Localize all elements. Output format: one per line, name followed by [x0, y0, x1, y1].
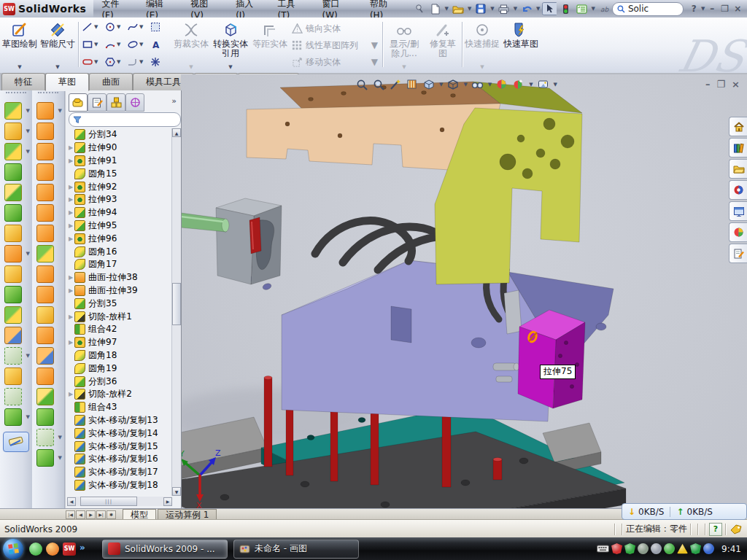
draft-tool-icon[interactable] — [4, 163, 22, 181]
solidworks-resources-icon[interactable] — [729, 180, 747, 200]
doc-restore-icon[interactable]: ❐ — [716, 79, 725, 90]
animation-control-3[interactable]: ▶| — [96, 510, 106, 519]
tree-item[interactable]: 实体-移动/复制18 — [67, 479, 172, 492]
minimize-button[interactable]: – — [705, 3, 719, 15]
convert-entities-button[interactable]: 转换实体引用 ▼ — [212, 19, 249, 72]
line-tool[interactable]: ▼ — [82, 19, 104, 35]
elbow-tool-icon[interactable] — [36, 286, 54, 303]
tag-icon[interactable] — [729, 524, 743, 535]
open-icon[interactable] — [451, 2, 465, 15]
cubes-tool-icon[interactable] — [36, 265, 54, 283]
tree-item[interactable]: ▶切除-放样2 — [67, 388, 172, 401]
view-palette-icon[interactable] — [729, 201, 747, 221]
ellipse-tool[interactable]: ▼ — [127, 36, 149, 52]
new-document-icon[interactable] — [428, 2, 443, 15]
help-button[interactable]: ? — [688, 3, 701, 15]
diamond-tool-icon[interactable] — [4, 368, 22, 385]
messenger-icon[interactable] — [29, 542, 42, 556]
ribbon-tab-1[interactable]: 草图 — [45, 73, 89, 91]
flex-tool-icon[interactable]: ▼ — [36, 102, 54, 120]
rectangle-tool[interactable]: ▼ — [82, 36, 104, 52]
core-tool-icon[interactable] — [4, 184, 22, 201]
measure-tool-selected[interactable] — [3, 432, 29, 452]
view-wand-icon[interactable] — [388, 77, 403, 92]
display-style-icon[interactable] — [422, 77, 436, 92]
tree-item[interactable]: 圆角18 — [67, 349, 172, 362]
tree-item[interactable]: ▶切除-放样1 — [67, 310, 172, 323]
scroll-right-icon[interactable]: ▶ — [163, 497, 172, 506]
update-green-icon[interactable] — [664, 543, 675, 554]
expand-arrow-icon[interactable]: ▶ — [67, 144, 74, 151]
model-tab[interactable]: 模型 — [123, 509, 156, 520]
linear-sketch-pattern-button[interactable]: 线性草图阵列 ▼ — [292, 38, 378, 52]
sparkle-tool-icon[interactable]: ▼ — [4, 347, 22, 365]
move-entities-button[interactable]: 移动实体 ▼ — [292, 55, 378, 69]
zoom-fit-icon[interactable] — [355, 77, 369, 92]
arrow-tool-icon[interactable] — [36, 327, 54, 344]
shield-green-icon[interactable] — [624, 543, 635, 554]
squiggle-tool-icon[interactable]: ▼ — [4, 408, 22, 426]
property-manager-tab[interactable] — [88, 93, 107, 112]
tree-item[interactable]: 圆角16 — [67, 245, 172, 258]
tree-item[interactable]: 实体-移动/复制17 — [67, 466, 172, 479]
tree-item[interactable]: 实体-移动/复制16 — [67, 453, 172, 466]
tree-item[interactable]: ▶曲面-拉伸38 — [67, 271, 172, 284]
badge-gray-icon[interactable] — [638, 543, 649, 554]
jog-line-tool[interactable]: ▼ — [127, 54, 149, 70]
tree-item[interactable]: 实体-移动/复制15 — [67, 440, 172, 453]
expand-arrow-icon[interactable]: ▶ — [67, 222, 74, 229]
tree-item[interactable]: 组合42 — [67, 323, 172, 336]
funnel-tool-icon[interactable] — [36, 163, 54, 181]
expand-arrow-icon[interactable]: ▶ — [67, 158, 74, 164]
sparkle2-tool-icon[interactable]: ▼ — [36, 429, 54, 446]
rebuild-icon[interactable] — [558, 2, 573, 15]
offset-entities-button[interactable]: 等距实体 — [252, 19, 287, 72]
taskbar-button-paint[interactable]: 未命名 - 画图 — [233, 540, 359, 559]
tree-item[interactable]: ▶拉伸95 — [67, 219, 172, 233]
tree-filter-input[interactable] — [69, 112, 181, 127]
warning-icon[interactable] — [677, 543, 688, 554]
ribbon-tab-0[interactable]: 特征 — [1, 73, 45, 91]
squiggle2-tool-icon[interactable]: ▼ — [36, 449, 54, 467]
dropdown-icon[interactable]: ▼ — [94, 24, 98, 30]
configuration-manager-tab[interactable] — [107, 93, 125, 112]
tree-item[interactable]: 圆角19 — [67, 362, 172, 375]
dropdown-icon[interactable]: ▼ — [490, 6, 494, 12]
orange-blue-tool-icon[interactable] — [36, 347, 54, 365]
cavity-tool-icon[interactable]: ▼ — [4, 122, 22, 140]
annotation-icon[interactable]: ab — [597, 2, 612, 15]
dome-tool-icon[interactable] — [36, 122, 54, 140]
expand-arrow-icon[interactable]: ▶ — [67, 184, 74, 190]
tree-item[interactable]: ▶拉伸93 — [67, 193, 172, 206]
start-button[interactable] — [3, 539, 23, 559]
taskbar-button-solidworks[interactable]: SolidWorks 2009 - ... — [102, 540, 228, 559]
sync-blue-red-icon[interactable] — [703, 543, 714, 554]
help-dropdown-icon[interactable]: ▼ — [701, 6, 705, 12]
dropdown-icon[interactable]: ▼ — [117, 42, 120, 47]
expand-arrow-icon[interactable]: ▶ — [67, 339, 74, 346]
apply-scene-icon[interactable] — [511, 77, 526, 92]
tree-item[interactable]: 圆角17 — [67, 258, 172, 271]
quick-tips-icon[interactable]: ? — [709, 523, 722, 536]
tree-item[interactable]: 组合43 — [67, 401, 172, 414]
restore-button[interactable]: ❐ — [719, 3, 732, 15]
tree-item[interactable]: ▶拉伸94 — [67, 206, 172, 219]
view-settings-icon[interactable] — [536, 77, 551, 92]
wand-box-tool-icon[interactable] — [4, 225, 22, 242]
scroll-up-icon[interactable]: ▲ — [172, 128, 181, 137]
dropdown-icon[interactable]: ▼ — [554, 82, 557, 88]
pixel-select-tool[interactable] — [150, 19, 171, 35]
options-list-icon[interactable] — [574, 2, 589, 15]
dropdown-icon[interactable]: ▼ — [55, 63, 59, 72]
dropdown-icon[interactable]: ▼ — [463, 82, 467, 88]
corner-tool-icon[interactable] — [36, 388, 54, 405]
close-button[interactable]: × — [731, 3, 744, 15]
undo-icon[interactable] — [519, 2, 534, 15]
expand-arrow-icon[interactable]: ▶ — [67, 196, 74, 203]
dimxpert-manager-tab[interactable] — [125, 93, 144, 112]
dotted-line-tool-icon[interactable] — [4, 388, 22, 405]
ribbon-tab-2[interactable]: 曲面 — [89, 73, 133, 91]
motion-study-tab[interactable]: 运动算例 1 — [158, 509, 217, 520]
shirt-tool-icon[interactable] — [36, 306, 54, 324]
spline-tool[interactable]: ▼ — [127, 19, 149, 35]
